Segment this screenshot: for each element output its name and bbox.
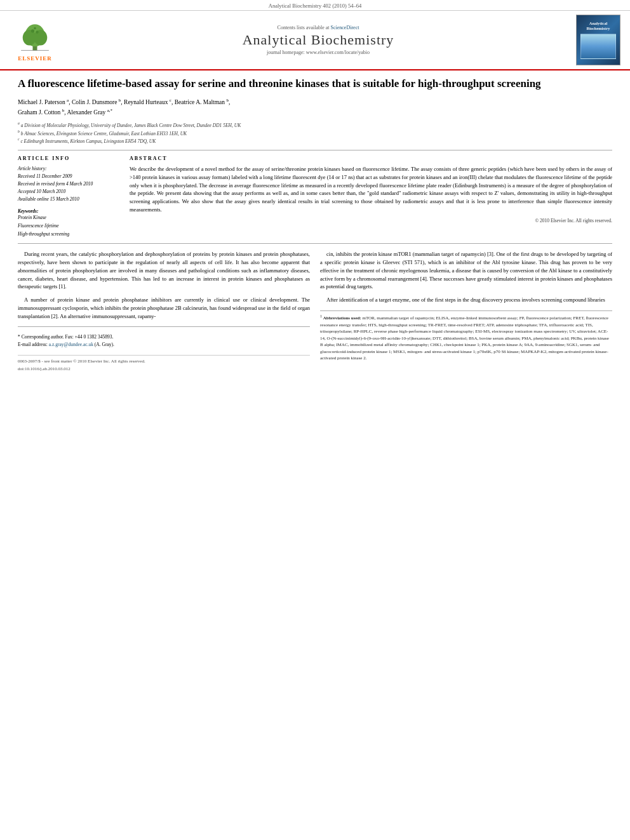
journal-homepage: journal homepage: www.elsevier.com/locat… [267,50,370,55]
elsevier-brand-text: ELSEVIER [18,55,52,62]
journal-header: ELSEVIER Contents lists available at Sci… [0,11,630,70]
journal-title: Analytical Biochemistry [243,32,394,48]
paragraph-2: A number of protein kinase and protein p… [18,296,310,320]
available-date: Available online 15 March 2010 [18,196,119,203]
article-title: A fluorescence lifetime-based assay for … [18,77,612,91]
keywords-section: Keywords: Protein Kinase Fluorescence li… [18,208,119,238]
main-content: During recent years, the catalytic phosp… [18,250,612,372]
paragraph-4: After identification of a target enzyme,… [320,296,612,304]
abstract-column: ABSTRACT We describe the development of … [130,156,612,238]
cover-image [580,34,616,59]
email-line: E-mail address: a.z.gray@dundee.ac.uk (A… [18,341,310,349]
footnote-body: mTOR, mammalian target of rapamycin; ELI… [320,316,609,361]
sciencedirect-link[interactable]: ScienceDirect [331,25,359,30]
article-info-column: ARTICLE INFO Article history: Received 1… [18,156,119,238]
affiliation-b: b b Almac Sciences, Elvingston Science C… [18,129,612,137]
affiliation-a: a a Division of Molecular Physiology, Un… [18,121,612,129]
elsevier-logo-area: ELSEVIER [6,15,64,65]
svg-point-5 [36,30,38,33]
article-history: Article history: Received 11 December 20… [18,165,119,203]
email-link[interactable]: a.z.gray@dundee.ac.uk [49,342,93,347]
abbreviations-label: Abbreviations used: [323,316,361,321]
authors-text: Michael J. Paterson a, Colin J. Dunsmore… [18,99,230,115]
footnote-section: * Corresponding author. Fax: +44 0 1382 … [18,326,310,349]
article-body: A fluorescence lifetime-based assay for … [0,70,630,379]
divider-1 [18,150,612,150]
keyword-1: Protein Kinase [18,214,119,222]
bottom-line-1: 0003-2697/$ - see front matter © 2010 El… [18,358,310,365]
elsevier-tree-icon [13,19,57,54]
footnote-area-right: 1 Abbreviations used: mTOR, mammalian ta… [320,310,612,362]
article-info-label: ARTICLE INFO [18,156,119,161]
bottom-line-2: doi:10.1016/j.ab.2010.03.012 [18,366,310,373]
bottom-info: 0003-2697/$ - see front matter © 2010 El… [18,355,310,372]
paragraph-3: cin, inhibits the protein kinase mTOR1 (… [320,250,612,291]
accepted-date: Accepted 10 March 2010 [18,188,119,196]
history-label: Article history: [18,165,119,173]
article-info-abstract: ARTICLE INFO Article history: Received 1… [18,156,612,238]
contents-label: Contents lists available at [278,25,330,30]
corresponding-author: * Corresponding author. Fax: +44 0 1382 … [18,333,310,349]
footnote-text: 1 Abbreviations used: mTOR, mammalian ta… [320,314,612,362]
keywords-label: Keywords: [18,208,119,214]
keyword-3: High-throughput screening [18,230,119,239]
issue-info: Analytical Biochemistry 402 (2010) 54–64 [269,3,361,9]
author-name-note: (A. Gray). [95,342,114,347]
svg-point-4 [31,29,34,32]
journal-cover: AnalyticalBiochemistry [576,15,620,65]
sciencedirect-line: Contents lists available at ScienceDirec… [278,25,359,30]
main-text-left: During recent years, the catalytic phosp… [18,250,310,372]
keyword-2: Fluorescence lifetime [18,222,119,230]
paragraph-1: During recent years, the catalytic phosp… [18,250,310,291]
header-center: Contents lists available at ScienceDirec… [69,15,568,65]
corresponding-note: * Corresponding author. Fax: +44 0 1382 … [18,333,310,341]
svg-point-6 [34,27,36,29]
cover-title: AnalyticalBiochemistry [587,21,610,32]
received-date: Received 11 December 2009 [18,173,119,180]
abstract-text: We describe the development of a novel m… [130,165,612,214]
received-revised-date: Received in revised form 4 March 2010 [18,180,119,188]
affiliations: a a Division of Molecular Physiology, Un… [18,121,612,145]
keywords-list: Protein Kinase Fluorescence lifetime Hig… [18,214,119,238]
main-text-right: cin, inhibits the protein kinase mTOR1 (… [320,250,612,372]
affiliation-c: c c Edinburgh Instruments, Kirkton Campu… [18,137,612,145]
copyright: © 2010 Elsevier Inc. All rights reserved… [130,218,612,223]
email-label: E-mail address: [18,342,48,347]
top-bar: Analytical Biochemistry 402 (2010) 54–64 [0,0,630,11]
abstract-label: ABSTRACT [130,156,612,161]
divider-2 [18,243,612,244]
footnote-superscript: 1 [320,314,322,318]
authors: Michael J. Paterson a, Colin J. Dunsmore… [18,97,612,117]
journal-cover-area: AnalyticalBiochemistry [573,15,624,65]
